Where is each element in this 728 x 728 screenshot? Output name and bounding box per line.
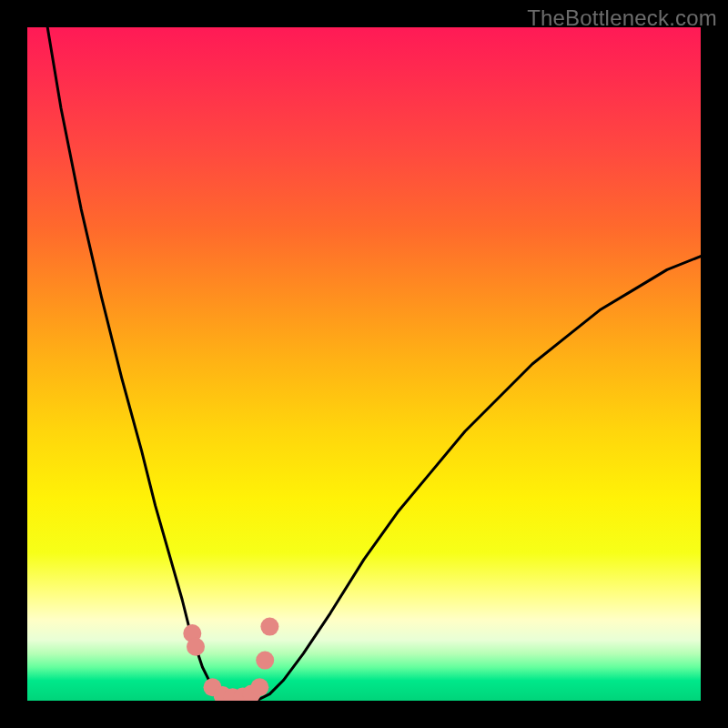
curve-layer	[27, 27, 701, 701]
dot	[256, 652, 274, 670]
dot	[250, 678, 268, 696]
highlighted-dots	[183, 618, 278, 701]
chart-frame: TheBottleneck.com	[0, 0, 728, 728]
bottleneck-curve	[47, 27, 701, 701]
dot	[260, 618, 278, 636]
watermark-text: TheBottleneck.com	[527, 5, 717, 31]
dot	[187, 638, 205, 656]
plot-area	[27, 27, 701, 701]
